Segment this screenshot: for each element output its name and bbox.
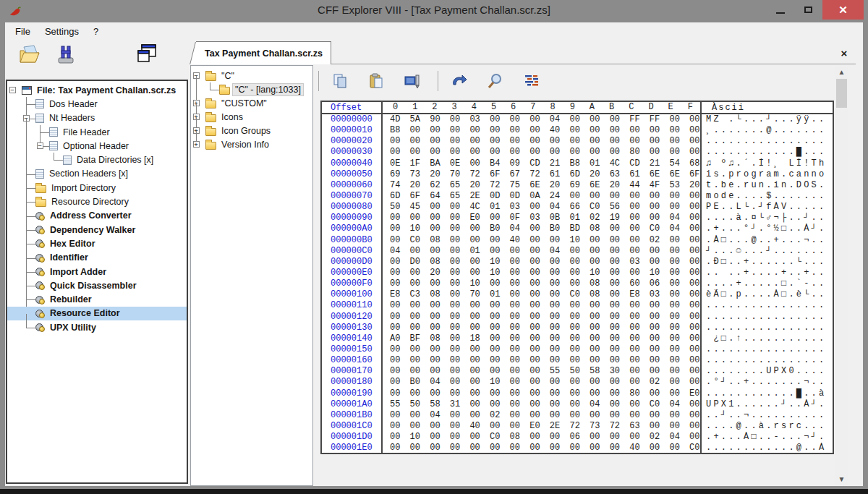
ascii-cell[interactable]: ¿□.↑...........: [702, 333, 833, 344]
bytes-cell[interactable]: 00 00 00 00 00 00 00 00 00 00 00 00 00 0…: [383, 355, 702, 366]
tree-item-import-directory[interactable]: Import Directory: [35, 181, 187, 195]
ascii-cell[interactable]: ................: [702, 344, 833, 355]
tree-item-optional-header[interactable]: −Optional Header: [49, 139, 187, 153]
ascii-cell[interactable]: ....@..à.rsrc...: [702, 421, 833, 432]
tree-item-c-lang-1033[interactable]: "C" - [lang:1033]: [219, 82, 312, 96]
bytes-cell[interactable]: B8 00 00 00 00 00 00 00 40 00 00 00 00 0…: [383, 125, 702, 136]
ascii-cell[interactable]: ....+.....□.`-..: [702, 278, 833, 289]
tree-item-version-info[interactable]: +Version Info: [205, 137, 312, 151]
tree-item-section-headers-x[interactable]: Section Headers [x]: [35, 167, 187, 181]
ascii-cell[interactable]: ♫ º♫.´.Í!¸ LÍ!Th: [702, 158, 833, 169]
windows-cascade-button[interactable]: [134, 41, 160, 66]
expander-minus-icon[interactable]: −: [9, 87, 16, 93]
undo-button[interactable]: [450, 72, 469, 90]
bytes-cell[interactable]: 74 20 62 65 20 72 75 6E 20 69 6E 20 44 4…: [383, 180, 702, 191]
ascii-cell[interactable]: ............@..À: [702, 443, 833, 453]
tree-item-icons[interactable]: +Icons: [205, 110, 312, 124]
bytes-cell[interactable]: 00 B0 04 00 00 10 00 00 00 00 00 00 00 0…: [383, 377, 702, 388]
ascii-cell[interactable]: is.program.canno: [702, 169, 833, 180]
ascii-cell[interactable]: ┘...☺...┘.......: [702, 246, 833, 257]
tree-item-resource-directory[interactable]: Resource Directory: [35, 195, 187, 208]
ascii-cell[interactable]: t.be.run.in.DOS.: [702, 180, 833, 191]
bytes-cell[interactable]: 00 00 04 00 00 02 00 00 00 00 00 00 00 0…: [383, 410, 702, 421]
bytes-cell[interactable]: 00 00 00 00 00 00 00 00 00 00 00 00 40 0…: [383, 443, 702, 453]
bytes-cell[interactable]: A0 BF 08 00 18 00 00 00 00 00 00 00 00 0…: [383, 333, 702, 344]
tree-item-file-tax-payment-challan-scr-zs[interactable]: −File: Tax Payment Challan.scr.zs: [22, 83, 187, 97]
expander-plus-icon[interactable]: +: [193, 100, 200, 106]
ascii-cell[interactable]: ................: [702, 355, 833, 366]
bytes-cell[interactable]: 00 00 00 00 00 00 00 00 00 00 00 00 00 0…: [383, 344, 702, 355]
scroll-up-arrow[interactable]: ▲: [835, 67, 848, 78]
ascii-cell[interactable]: ............█...: [702, 147, 833, 158]
ascii-cell[interactable]: PE..L└.┘fÀV.....: [702, 202, 833, 213]
ascii-cell[interactable]: MZ .└...┘...ÿÿ..: [702, 114, 833, 125]
tree-item-file-header[interactable]: File Header: [49, 125, 187, 139]
bytes-cell[interactable]: 6D 6F 64 65 2E 0D 0D 0A 24 00 00 00 00 0…: [383, 191, 702, 202]
expander-minus-icon[interactable]: −: [37, 142, 43, 149]
bytes-cell[interactable]: 55 50 58 31 00 00 00 00 00 00 04 00 00 C…: [383, 399, 702, 410]
minimize-button[interactable]: [768, 0, 793, 20]
bytes-cell[interactable]: 0E 1F BA 0E 00 B4 09 CD 21 B8 01 4C CD 2…: [383, 158, 702, 169]
expander-plus-icon[interactable]: +: [193, 127, 200, 134]
ascii-cell[interactable]: UPX1......┘..À┘.: [702, 399, 833, 410]
tree-item-address-converter[interactable]: Address Converter: [35, 209, 187, 223]
save-file-button[interactable]: [53, 43, 79, 67]
fill-button[interactable]: [403, 72, 422, 90]
tree-item-data-directories-x[interactable]: Data Directories [x]: [63, 153, 187, 166]
find-button[interactable]: [486, 72, 505, 90]
bytes-cell[interactable]: 00 00 00 00 00 00 00 00 00 00 00 00 00 0…: [383, 323, 702, 333]
copy-button[interactable]: [331, 72, 349, 90]
ascii-cell[interactable]: ....à.¤└♂¬├..┘..: [702, 213, 833, 223]
tree-item-c[interactable]: −"C": [205, 69, 312, 82]
bytes-cell[interactable]: 00 00 00 00 10 00 00 00 00 00 08 00 60 0…: [383, 278, 702, 289]
ascii-cell[interactable]: mode....$.......: [702, 191, 833, 202]
bytes-cell[interactable]: E8 C3 08 00 70 01 00 00 00 C0 08 00 E8 0…: [383, 289, 702, 300]
tree-item-upx-utility[interactable]: UPX Utility: [35, 320, 187, 334]
tree-item-dos-header[interactable]: Dos Header: [35, 97, 187, 111]
paste-button[interactable]: [367, 72, 386, 90]
ascii-cell[interactable]: ................: [702, 323, 833, 333]
expander-minus-icon[interactable]: −: [23, 115, 30, 122]
menu-settings[interactable]: Settings: [38, 24, 86, 39]
bytes-cell[interactable]: 00 00 00 00 00 00 00 00 00 00 00 00 00 0…: [383, 300, 702, 311]
bytes-cell[interactable]: 00 00 00 00 00 00 00 00 00 00 00 00 00 0…: [383, 136, 702, 147]
tree-item-identifier[interactable]: Identifier: [35, 251, 187, 265]
ascii-cell[interactable]: .. ..+....+..+..: [702, 268, 833, 278]
ascii-cell[interactable]: ............█..à: [702, 388, 833, 399]
ascii-cell[interactable]: .Ð□..+......└...: [702, 257, 833, 268]
bytes-cell[interactable]: 00 00 00 00 00 00 00 00 00 00 00 00 00 0…: [383, 312, 702, 323]
bytes-cell[interactable]: 00 00 00 00 40 00 00 E0 2E 72 73 72 63 0…: [383, 421, 702, 432]
bytes-cell[interactable]: 00 10 00 00 00 B0 04 00 B0 BD 08 00 00 C…: [383, 223, 702, 234]
ascii-cell[interactable]: ................: [702, 300, 833, 311]
tab-close-button[interactable]: ×: [838, 46, 851, 59]
tree-item-dependency-walker[interactable]: Dependency Walker: [35, 223, 187, 237]
bytes-cell[interactable]: 00 00 20 00 00 10 00 00 00 00 10 00 00 1…: [383, 268, 702, 278]
tree-item-hex-editor[interactable]: Hex Editor: [35, 237, 187, 250]
ascii-cell[interactable]: .°┘..+.......¬..: [702, 377, 833, 388]
tree-item-resource-editor[interactable]: Resource Editor: [35, 307, 187, 320]
menu-help[interactable]: ?: [86, 24, 106, 39]
scroll-thumb[interactable]: [836, 79, 847, 108]
tree-item-import-adder[interactable]: Import Adder: [35, 265, 187, 278]
menu-file[interactable]: File: [8, 24, 38, 39]
bytes-cell[interactable]: 00 00 00 00 00 00 00 00 55 50 58 30 00 0…: [383, 366, 702, 377]
goto-offset-button[interactable]: [522, 72, 541, 90]
bytes-cell[interactable]: 69 73 20 70 72 6F 67 72 61 6D 20 63 61 6…: [383, 169, 702, 180]
bytes-cell[interactable]: 00 10 00 00 00 C0 08 00 00 06 00 00 00 0…: [383, 432, 702, 443]
ascii-cell[interactable]: ¸.......@.......: [702, 125, 833, 136]
open-file-button[interactable]: [17, 42, 43, 67]
scroll-down-arrow[interactable]: ▼: [835, 474, 848, 485]
ascii-cell[interactable]: èÃ□.p....À□.è└..: [702, 289, 833, 300]
close-button[interactable]: ✕: [822, 0, 864, 20]
tree-item-icon-groups[interactable]: +Icon Groups: [205, 124, 312, 137]
document-tab[interactable]: Tax Payment Challan.scr.zs: [196, 41, 331, 64]
ascii-cell[interactable]: .À□...@..+...¬..: [702, 235, 833, 246]
ascii-cell[interactable]: ................: [702, 136, 833, 147]
ascii-cell[interactable]: ........UPX0....: [702, 366, 833, 377]
bytes-cell[interactable]: 00 C0 08 00 00 00 40 00 00 10 00 00 00 0…: [383, 235, 702, 246]
expander-plus-icon[interactable]: +: [193, 141, 200, 148]
bytes-cell[interactable]: 00 D0 08 00 00 10 00 00 00 00 00 00 03 0…: [383, 257, 702, 268]
maximize-button[interactable]: [796, 0, 820, 20]
vertical-scrollbar[interactable]: ▲ ▼: [835, 67, 848, 485]
bytes-cell[interactable]: 04 00 00 00 01 00 00 00 04 00 00 00 00 0…: [383, 246, 702, 257]
